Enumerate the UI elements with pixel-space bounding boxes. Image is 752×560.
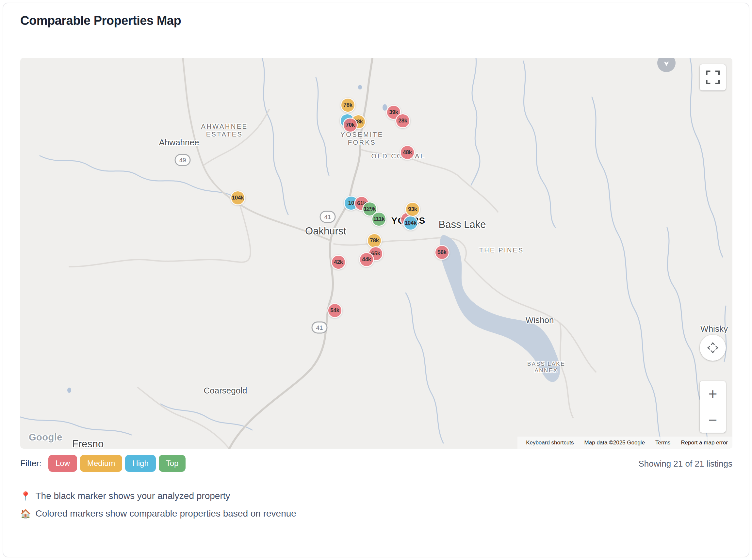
terms-link[interactable]: Terms xyxy=(655,440,670,446)
property-marker-54k[interactable]: 54k xyxy=(327,303,342,318)
filter-button-medium[interactable]: Medium xyxy=(80,455,122,472)
property-marker-104k[interactable]: 104k xyxy=(403,216,418,231)
property-marker-48k[interactable]: 48k xyxy=(400,145,415,160)
property-marker-44k[interactable]: 44k xyxy=(359,252,374,267)
showing-count: Showing 21 of 21 listings xyxy=(638,459,732,469)
google-logo: Google xyxy=(29,432,62,443)
legend-row-comparables: 🏠 Colored markers show comparable proper… xyxy=(20,505,296,522)
map-label-coarsegold: Coarsegold xyxy=(204,386,247,396)
property-marker-70k[interactable]: 70k xyxy=(343,118,358,133)
map-label-yosemite-forks: YOSEMITE FORKS xyxy=(340,131,383,146)
map-label-fresno: Fresno xyxy=(72,438,103,449)
zoom-out-button[interactable]: − xyxy=(700,407,726,433)
route-shield-41: 41 xyxy=(312,322,328,334)
pan-control[interactable] xyxy=(700,335,726,361)
property-marker-93k[interactable]: 93k xyxy=(405,202,420,217)
filter-label: Filter: xyxy=(20,458,41,468)
legend-comparables-text: Colored markers show comparable properti… xyxy=(35,508,296,519)
property-marker-104k[interactable]: 104k xyxy=(230,191,245,205)
filter-button-top[interactable]: Top xyxy=(159,455,186,472)
filter-row: Filter: Low Medium High Top xyxy=(20,455,185,472)
map-data-copyright: Map data ©2025 Google xyxy=(585,440,645,446)
page-title: Comparable Properties Map xyxy=(20,14,181,28)
map-label-ahwahnee-estates: AHWAHNEE ESTATES xyxy=(201,122,248,138)
pin-icon: 📍 xyxy=(20,491,31,501)
map-label-bass-lake: Bass Lake xyxy=(439,218,486,231)
property-marker-56k[interactable]: 56k xyxy=(434,245,450,260)
property-marker-78k[interactable]: 78k xyxy=(340,98,355,113)
map-label-old-corral: OLD CORRAL xyxy=(371,152,425,160)
route-shield-49: 49 xyxy=(175,154,191,166)
map-label-oakhurst: Oakhurst xyxy=(305,225,346,237)
map-label-whisky: Whisky xyxy=(700,324,728,334)
map-label-bass-lake-annex: BASS LAKE ANNEX xyxy=(527,361,565,374)
property-marker-78k[interactable]: 78k xyxy=(367,233,382,248)
filter-button-low[interactable]: Low xyxy=(48,455,77,472)
map-attribution: Keyboard shortcuts Map data ©2025 Google… xyxy=(517,437,732,449)
report-map-error-link[interactable]: Report a map error xyxy=(681,440,728,446)
zoom-control: + − xyxy=(700,381,726,433)
house-icon: 🏠 xyxy=(20,509,31,519)
map-label-the-pines: THE PINES xyxy=(479,246,524,254)
property-marker-42k[interactable]: 42k xyxy=(331,255,346,270)
legend-row-analyzed: 📍 The black marker shows your analyzed p… xyxy=(20,487,296,505)
legend: 📍 The black marker shows your analyzed p… xyxy=(20,487,296,522)
keyboard-shortcuts-link[interactable]: Keyboard shortcuts xyxy=(526,440,574,446)
route-shield-41: 41 xyxy=(320,211,336,223)
property-marker-111k[interactable]: 111k xyxy=(372,212,387,227)
filter-button-high[interactable]: High xyxy=(125,455,156,472)
zoom-in-button[interactable]: + xyxy=(700,381,726,407)
compass-arrow-icon xyxy=(662,59,671,67)
property-marker-28k[interactable]: 28k xyxy=(395,113,410,128)
map-label-ahwahnee: Ahwahnee xyxy=(159,138,199,147)
legend-analyzed-text: The black marker shows your analyzed pro… xyxy=(35,491,230,501)
pan-arrows-icon xyxy=(705,340,721,356)
map-canvas[interactable]: + − Google Keyboard shortcuts Map data ©… xyxy=(20,58,732,449)
map-label-wishon: Wishon xyxy=(526,315,554,325)
fullscreen-button[interactable] xyxy=(700,64,726,91)
fullscreen-icon xyxy=(706,71,720,84)
